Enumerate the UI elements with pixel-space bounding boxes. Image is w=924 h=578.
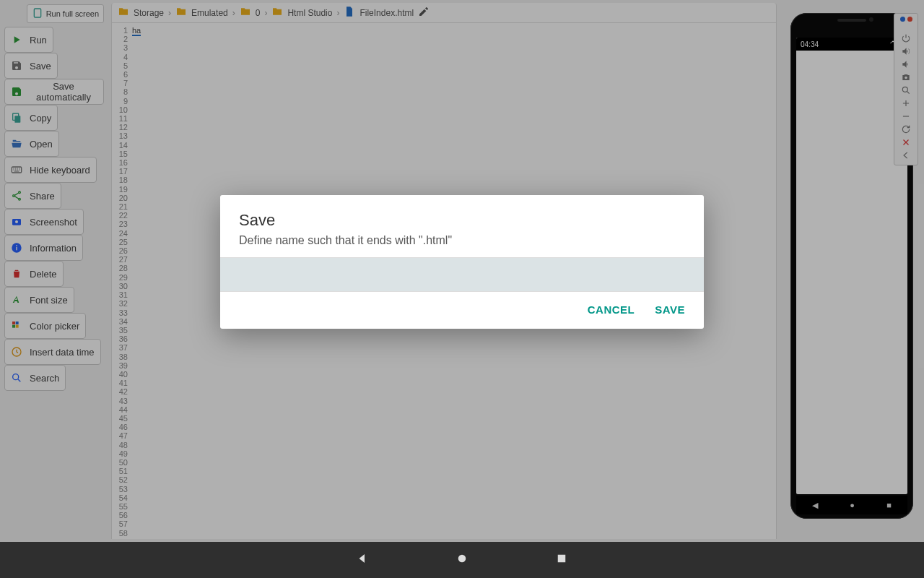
sys-back-icon[interactable]: [356, 552, 369, 568]
dialog-description: Define name such that it ends with ".htm…: [239, 234, 685, 247]
cancel-button[interactable]: CANCEL: [588, 303, 635, 316]
filename-input[interactable]: [220, 257, 704, 292]
system-navbar: [0, 542, 924, 578]
dialog-title: Save: [239, 211, 685, 230]
save-button[interactable]: SAVE: [655, 303, 685, 316]
save-dialog: Save Define name such that it ends with …: [220, 195, 704, 329]
app-root: Run full screen RunSaveSave automaticall…: [0, 0, 924, 542]
sys-recent-icon[interactable]: [555, 552, 568, 568]
svg-rect-22: [558, 555, 566, 563]
sys-home-icon[interactable]: [456, 552, 468, 568]
svg-point-21: [458, 555, 466, 563]
